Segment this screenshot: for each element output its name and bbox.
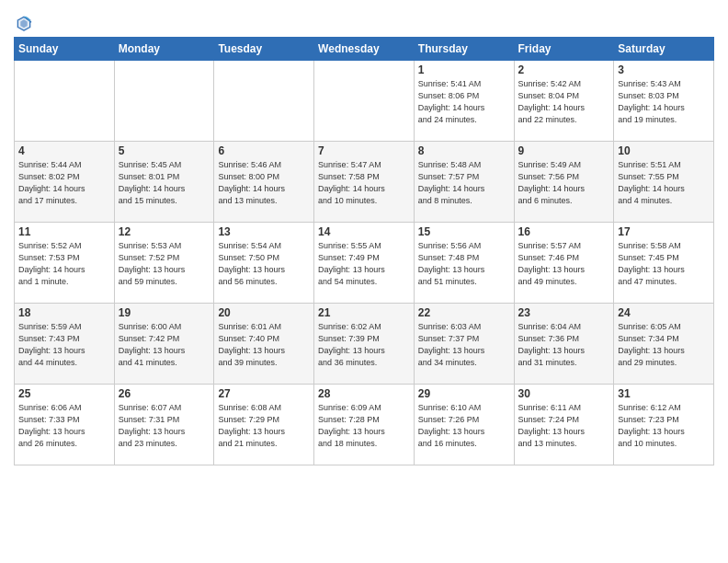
day-number: 8 (418, 144, 510, 157)
day-number: 21 (318, 306, 410, 319)
cal-cell: 30Sunrise: 6:11 AM Sunset: 7:24 PM Dayli… (514, 385, 614, 465)
cal-cell: 8Sunrise: 5:48 AM Sunset: 7:57 PM Daylig… (414, 142, 514, 223)
cell-data: Sunrise: 6:09 AM Sunset: 7:28 PM Dayligh… (318, 402, 410, 450)
logo-icon (14, 13, 34, 33)
cal-cell (314, 61, 415, 142)
cal-cell: 21Sunrise: 6:02 AM Sunset: 7:39 PM Dayli… (314, 304, 415, 385)
cell-data: Sunrise: 5:44 AM Sunset: 8:02 PM Dayligh… (18, 159, 110, 207)
cal-cell (114, 61, 214, 142)
cal-cell: 10Sunrise: 5:51 AM Sunset: 7:55 PM Dayli… (614, 142, 714, 223)
cell-data: Sunrise: 6:03 AM Sunset: 7:37 PM Dayligh… (418, 321, 510, 369)
cal-cell: 14Sunrise: 5:55 AM Sunset: 7:49 PM Dayli… (314, 223, 415, 304)
cal-cell: 31Sunrise: 6:12 AM Sunset: 7:23 PM Dayli… (614, 385, 714, 465)
cal-cell: 15Sunrise: 5:56 AM Sunset: 7:48 PM Dayli… (414, 223, 514, 304)
cal-cell: 1Sunrise: 5:41 AM Sunset: 8:06 PM Daylig… (414, 61, 514, 142)
col-header-tuesday: Tuesday (214, 38, 314, 61)
cal-cell: 27Sunrise: 6:08 AM Sunset: 7:29 PM Dayli… (214, 385, 314, 465)
cell-data: Sunrise: 5:53 AM Sunset: 7:52 PM Dayligh… (119, 240, 210, 288)
day-number: 16 (518, 225, 610, 238)
day-number: 28 (318, 387, 410, 400)
day-number: 20 (218, 306, 310, 319)
col-header-monday: Monday (114, 38, 214, 61)
day-number: 30 (518, 387, 610, 400)
cal-cell: 19Sunrise: 6:00 AM Sunset: 7:42 PM Dayli… (114, 304, 214, 385)
day-number: 9 (518, 144, 610, 157)
cell-data: Sunrise: 5:58 AM Sunset: 7:45 PM Dayligh… (618, 240, 710, 288)
cell-data: Sunrise: 5:41 AM Sunset: 8:06 PM Dayligh… (418, 78, 510, 126)
week-row-3: 11Sunrise: 5:52 AM Sunset: 7:53 PM Dayli… (15, 223, 714, 304)
header (14, 9, 714, 33)
cell-data: Sunrise: 5:42 AM Sunset: 8:04 PM Dayligh… (518, 78, 610, 126)
cal-cell: 16Sunrise: 5:57 AM Sunset: 7:46 PM Dayli… (514, 223, 614, 304)
logo (14, 13, 37, 33)
day-number: 17 (618, 225, 710, 238)
cal-cell: 28Sunrise: 6:09 AM Sunset: 7:28 PM Dayli… (314, 385, 415, 465)
cell-data: Sunrise: 6:02 AM Sunset: 7:39 PM Dayligh… (318, 321, 410, 369)
cell-data: Sunrise: 6:08 AM Sunset: 7:29 PM Dayligh… (218, 402, 310, 450)
cal-cell: 9Sunrise: 5:49 AM Sunset: 7:56 PM Daylig… (514, 142, 614, 223)
cell-data: Sunrise: 5:55 AM Sunset: 7:49 PM Dayligh… (318, 240, 410, 288)
cal-cell: 3Sunrise: 5:43 AM Sunset: 8:03 PM Daylig… (614, 61, 714, 142)
col-header-wednesday: Wednesday (314, 38, 415, 61)
cal-cell: 24Sunrise: 6:05 AM Sunset: 7:34 PM Dayli… (614, 304, 714, 385)
day-number: 26 (119, 387, 210, 400)
week-row-5: 25Sunrise: 6:06 AM Sunset: 7:33 PM Dayli… (15, 385, 714, 465)
cal-cell: 25Sunrise: 6:06 AM Sunset: 7:33 PM Dayli… (15, 385, 115, 465)
day-number: 2 (518, 63, 610, 76)
day-number: 11 (18, 225, 110, 238)
cal-cell: 29Sunrise: 6:10 AM Sunset: 7:26 PM Dayli… (414, 385, 514, 465)
day-number: 4 (18, 144, 110, 157)
cell-data: Sunrise: 5:54 AM Sunset: 7:50 PM Dayligh… (218, 240, 310, 288)
cell-data: Sunrise: 6:05 AM Sunset: 7:34 PM Dayligh… (618, 321, 710, 369)
cal-cell: 18Sunrise: 5:59 AM Sunset: 7:43 PM Dayli… (15, 304, 115, 385)
cell-data: Sunrise: 5:57 AM Sunset: 7:46 PM Dayligh… (518, 240, 610, 288)
cell-data: Sunrise: 5:43 AM Sunset: 8:03 PM Dayligh… (618, 78, 710, 126)
day-number: 15 (418, 225, 510, 238)
cell-data: Sunrise: 5:47 AM Sunset: 7:58 PM Dayligh… (318, 159, 410, 207)
week-row-1: 1Sunrise: 5:41 AM Sunset: 8:06 PM Daylig… (15, 61, 714, 142)
day-number: 7 (318, 144, 410, 157)
cell-data: Sunrise: 5:46 AM Sunset: 8:00 PM Dayligh… (218, 159, 310, 207)
cell-data: Sunrise: 6:07 AM Sunset: 7:31 PM Dayligh… (119, 402, 210, 450)
cal-cell: 2Sunrise: 5:42 AM Sunset: 8:04 PM Daylig… (514, 61, 614, 142)
cal-cell (214, 61, 314, 142)
day-number: 27 (218, 387, 310, 400)
cell-data: Sunrise: 5:59 AM Sunset: 7:43 PM Dayligh… (18, 321, 110, 369)
calendar-table: SundayMondayTuesdayWednesdayThursdayFrid… (14, 37, 714, 465)
week-row-4: 18Sunrise: 5:59 AM Sunset: 7:43 PM Dayli… (15, 304, 714, 385)
day-number: 24 (618, 306, 710, 319)
day-number: 31 (618, 387, 710, 400)
cell-data: Sunrise: 6:10 AM Sunset: 7:26 PM Dayligh… (418, 402, 510, 450)
col-header-thursday: Thursday (414, 38, 514, 61)
cal-cell: 23Sunrise: 6:04 AM Sunset: 7:36 PM Dayli… (514, 304, 614, 385)
day-number: 12 (119, 225, 210, 238)
cell-data: Sunrise: 5:48 AM Sunset: 7:57 PM Dayligh… (418, 159, 510, 207)
day-number: 18 (18, 306, 110, 319)
day-number: 19 (119, 306, 210, 319)
day-number: 29 (418, 387, 510, 400)
week-row-2: 4Sunrise: 5:44 AM Sunset: 8:02 PM Daylig… (15, 142, 714, 223)
cell-data: Sunrise: 5:52 AM Sunset: 7:53 PM Dayligh… (18, 240, 110, 288)
cal-cell: 22Sunrise: 6:03 AM Sunset: 7:37 PM Dayli… (414, 304, 514, 385)
header-row: SundayMondayTuesdayWednesdayThursdayFrid… (15, 38, 714, 61)
cell-data: Sunrise: 6:00 AM Sunset: 7:42 PM Dayligh… (119, 321, 210, 369)
day-number: 23 (518, 306, 610, 319)
cell-data: Sunrise: 6:01 AM Sunset: 7:40 PM Dayligh… (218, 321, 310, 369)
cal-cell: 6Sunrise: 5:46 AM Sunset: 8:00 PM Daylig… (214, 142, 314, 223)
cal-cell: 4Sunrise: 5:44 AM Sunset: 8:02 PM Daylig… (15, 142, 115, 223)
cal-cell: 26Sunrise: 6:07 AM Sunset: 7:31 PM Dayli… (114, 385, 214, 465)
day-number: 14 (318, 225, 410, 238)
cal-cell: 13Sunrise: 5:54 AM Sunset: 7:50 PM Dayli… (214, 223, 314, 304)
day-number: 10 (618, 144, 710, 157)
cell-data: Sunrise: 6:11 AM Sunset: 7:24 PM Dayligh… (518, 402, 610, 450)
col-header-friday: Friday (514, 38, 614, 61)
cal-cell: 5Sunrise: 5:45 AM Sunset: 8:01 PM Daylig… (114, 142, 214, 223)
cal-cell: 7Sunrise: 5:47 AM Sunset: 7:58 PM Daylig… (314, 142, 415, 223)
cal-cell: 11Sunrise: 5:52 AM Sunset: 7:53 PM Dayli… (15, 223, 115, 304)
cell-data: Sunrise: 5:45 AM Sunset: 8:01 PM Dayligh… (119, 159, 210, 207)
cell-data: Sunrise: 6:12 AM Sunset: 7:23 PM Dayligh… (618, 402, 710, 450)
day-number: 6 (218, 144, 310, 157)
cal-cell (15, 61, 115, 142)
day-number: 3 (618, 63, 710, 76)
cell-data: Sunrise: 6:06 AM Sunset: 7:33 PM Dayligh… (18, 402, 110, 450)
